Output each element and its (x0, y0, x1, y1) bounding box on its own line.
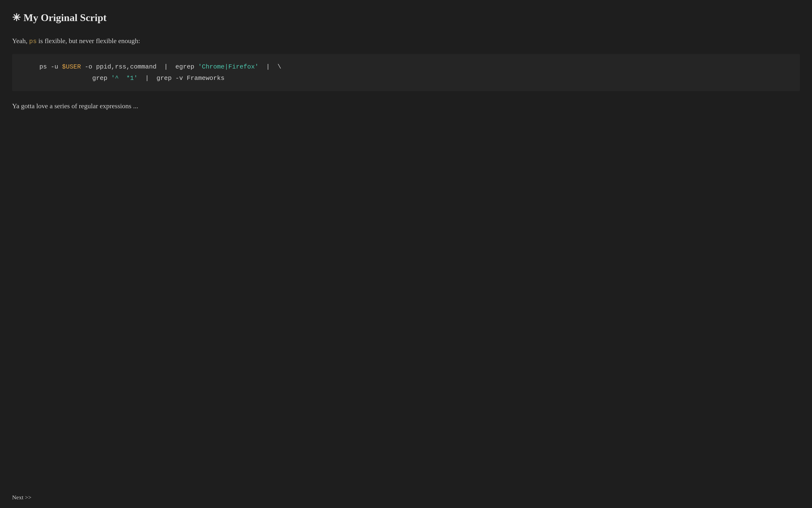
intro-text-after: is flexible, but never flexible enough: (37, 37, 140, 45)
intro-text-before: Yeah, (12, 37, 29, 45)
asterisk-icon: ✳ (12, 10, 21, 26)
outro-paragraph: Ya gotta love a series of regular expres… (12, 101, 800, 112)
intro-paragraph: Yeah, ps is flexible, but never flexible… (12, 36, 800, 47)
title-text: My Original Script (24, 10, 107, 26)
code-line-2: grep '^ *1' | grep -v Frameworks (24, 73, 788, 84)
code-block: ps -u $USER -o ppid,rss,command | egrep … (12, 54, 800, 91)
code-string-grep-pattern: '^ *1' (111, 75, 137, 82)
ps-inline-code: ps (29, 38, 37, 45)
code-var-user: $USER (62, 63, 81, 71)
next-button[interactable]: Next >> (12, 494, 32, 501)
code-line-1: ps -u $USER -o ppid,rss,command | egrep … (24, 61, 788, 73)
page-title: ✳ My Original Script (12, 10, 800, 26)
code-string-chrome-firefox: 'Chrome|Firefox' (198, 63, 259, 71)
